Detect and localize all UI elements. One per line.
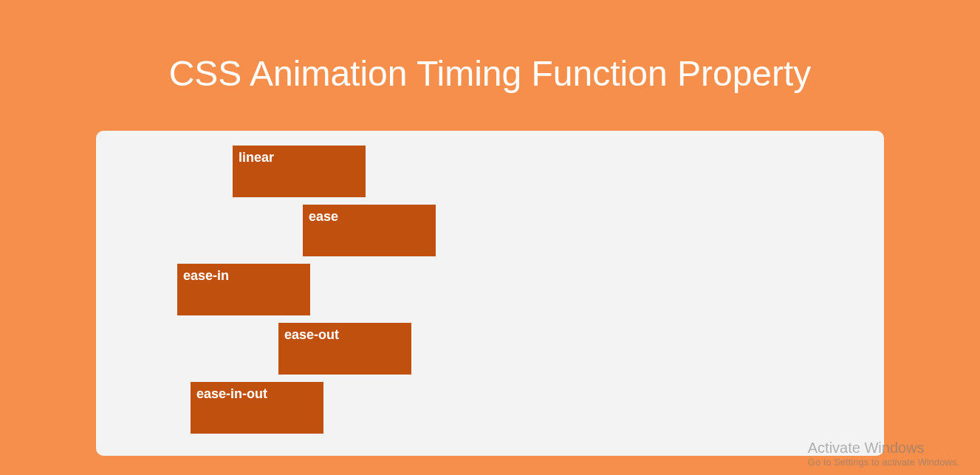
timing-box-linear: linear [233, 146, 366, 197]
timing-box-ease-out: ease-out [278, 323, 411, 375]
windows-activation-watermark: Activate Windows Go to Settings to activ… [808, 440, 959, 468]
timing-box-ease-in: ease-in [177, 264, 310, 315]
timing-box-ease: ease [303, 205, 436, 256]
page-title: CSS Animation Timing Function Property [0, 0, 980, 94]
watermark-subtitle: Go to Settings to activate Windows. [808, 457, 959, 468]
watermark-title: Activate Windows [808, 440, 959, 457]
timing-box-ease-in-out: ease-in-out [191, 382, 323, 434]
animation-demo-container: linear ease ease-in ease-out ease-in-out [96, 131, 884, 456]
